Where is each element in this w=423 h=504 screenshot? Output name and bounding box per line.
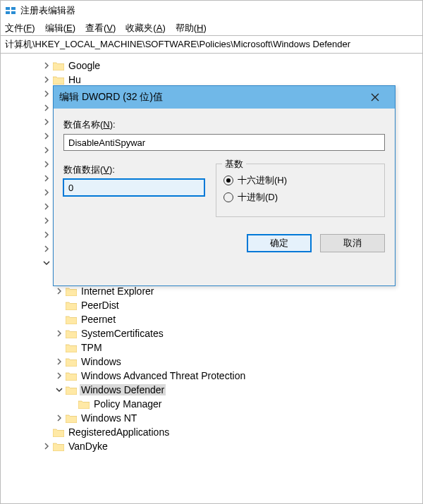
chevron-right-icon[interactable] [42, 173, 51, 183]
value-data-label: 数值数据(V): [63, 164, 204, 176]
folder-icon [53, 428, 64, 437]
address-bar[interactable]: 计算机\HKEY_LOCAL_MACHINE\SOFTWARE\Policies… [1, 35, 422, 54]
base-legend: 基数 [222, 158, 246, 171]
tree-item[interactable]: Windows [4, 355, 422, 369]
folder-icon [66, 343, 77, 352]
chevron-right-icon[interactable] [42, 145, 51, 155]
chevron-right-icon[interactable] [42, 117, 51, 127]
folder-icon [66, 301, 77, 310]
tree-item[interactable]: PeerDist [4, 298, 422, 312]
tree-item-label: Policy Manager [92, 398, 164, 410]
dialog-title-text: 编辑 DWORD (32 位)值 [59, 91, 163, 104]
folder-icon [53, 61, 64, 70]
tree-item[interactable]: Google [4, 59, 422, 73]
chevron-right-icon[interactable] [54, 371, 64, 381]
value-name-input[interactable] [63, 134, 385, 151]
chevron-right-icon[interactable] [42, 202, 51, 211]
chevron-right-icon[interactable] [42, 216, 51, 226]
tree-item[interactable]: VanDyke [4, 439, 422, 453]
chevron-right-icon[interactable] [54, 286, 64, 296]
tree-item-label: RegisteredApplications [67, 426, 171, 438]
value-data-input[interactable] [63, 179, 204, 196]
folder-icon [66, 386, 77, 395]
folder-icon [66, 357, 77, 367]
chevron-right-icon[interactable] [42, 244, 51, 254]
chevron-down-icon[interactable] [54, 385, 64, 395]
radio-hex[interactable]: 十六进制(H) [223, 174, 377, 187]
tree-item-label: Google [67, 60, 102, 71]
chevron-right-icon[interactable] [42, 230, 51, 240]
close-icon[interactable] [361, 93, 389, 102]
tree-item-label: VanDyke [67, 441, 109, 452]
svg-rect-3 [11, 11, 16, 14]
title-bar: 注册表编辑器 [1, 1, 422, 20]
folder-icon [66, 371, 77, 381]
chevron-right-icon[interactable] [42, 75, 51, 85]
menu-favorites[interactable]: 收藏夹(A) [125, 22, 165, 35]
cancel-button[interactable]: 取消 [320, 234, 385, 252]
tree-item[interactable]: Policy Manager [4, 397, 422, 411]
svg-rect-2 [6, 11, 10, 14]
tree-item-label: TPM [80, 342, 104, 353]
tree-item-label: Internet Explorer [80, 285, 156, 297]
value-name-label: 数值名称(N): [63, 118, 385, 131]
menu-view[interactable]: 查看(V) [85, 22, 116, 35]
registry-app-icon [5, 5, 16, 16]
folder-icon [78, 400, 90, 409]
chevron-right-icon[interactable] [42, 61, 51, 70]
tree-item-label: Windows NT [80, 412, 138, 424]
folder-icon [66, 414, 77, 423]
folder-icon [53, 75, 64, 85]
tree-item[interactable]: Windows Advanced Threat Protection [4, 369, 422, 383]
chevron-right-icon[interactable] [42, 159, 51, 169]
chevron-right-icon[interactable] [42, 441, 51, 451]
folder-icon [66, 287, 77, 296]
chevron-right-icon[interactable] [42, 89, 51, 99]
folder-icon [53, 442, 64, 451]
tree-item-label: Windows Advanced Threat Protection [80, 370, 247, 381]
tree-item[interactable]: RegisteredApplications [4, 425, 422, 439]
menu-bar: 文件(F) 编辑(E) 查看(V) 收藏夹(A) 帮助(H) [1, 20, 422, 36]
tree-item[interactable]: Internet Explorer [4, 284, 422, 298]
tree-item[interactable]: TPM [4, 340, 422, 355]
edit-dword-dialog: 编辑 DWORD (32 位)值 数值名称(N): 数值数据(V): 基数 [53, 85, 396, 286]
ok-button[interactable]: 确定 [247, 234, 312, 252]
chevron-right-icon[interactable] [54, 357, 64, 367]
chevron-right-icon[interactable] [42, 188, 51, 197]
tree-item-label: Hu [67, 74, 82, 85]
folder-icon [66, 315, 77, 324]
window-title: 注册表编辑器 [20, 4, 75, 17]
chevron-right-icon[interactable] [54, 413, 64, 423]
tree-item[interactable]: SystemCertificates [4, 326, 422, 340]
chevron-down-icon[interactable] [42, 258, 51, 268]
tree-item[interactable]: Hu [4, 73, 422, 87]
tree-item[interactable]: Windows Defender [4, 383, 422, 397]
radio-dec[interactable]: 十进制(D) [223, 191, 377, 204]
tree-item-label: PeerDist [80, 300, 121, 311]
folder-icon [66, 329, 77, 338]
tree-item-label: Windows Defender [80, 384, 166, 395]
menu-file[interactable]: 文件(F) [5, 22, 35, 35]
tree-item-label: Peernet [80, 314, 117, 325]
tree-item-label: SystemCertificates [80, 328, 165, 339]
tree-item-label: Windows [80, 356, 123, 367]
dialog-titlebar[interactable]: 编辑 DWORD (32 位)值 [54, 86, 395, 109]
svg-rect-0 [6, 7, 10, 10]
chevron-right-icon[interactable] [42, 131, 51, 141]
radio-hex-indicator [223, 176, 233, 185]
tree-item[interactable]: Windows NT [4, 411, 422, 425]
radio-dec-indicator [223, 192, 233, 202]
tree-item[interactable]: Peernet [4, 312, 422, 326]
chevron-right-icon[interactable] [42, 103, 51, 113]
base-fieldset: 基数 十六进制(H) 十进制(D) [216, 164, 385, 217]
chevron-right-icon[interactable] [54, 328, 64, 338]
menu-help[interactable]: 帮助(H) [176, 22, 207, 35]
svg-rect-1 [11, 7, 16, 10]
menu-edit[interactable]: 编辑(E) [45, 22, 75, 35]
